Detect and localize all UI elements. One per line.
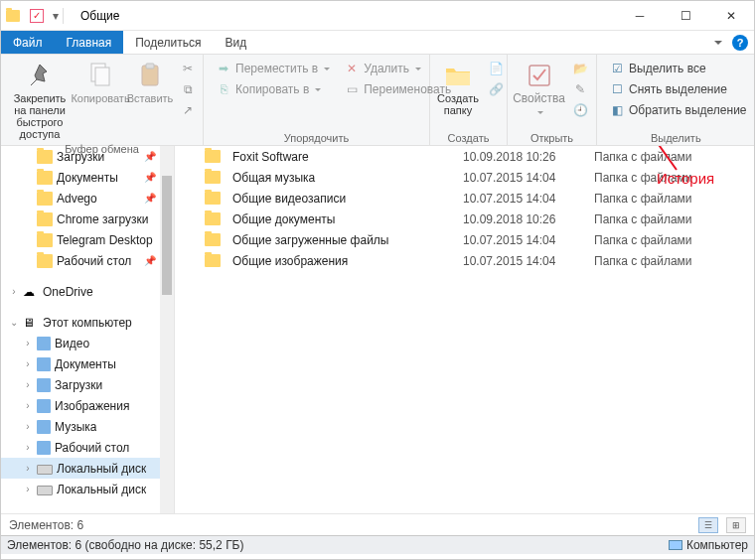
- tree-node[interactable]: ›Документы: [1, 353, 160, 374]
- edit-button[interactable]: ✎: [568, 79, 592, 99]
- view-details-button[interactable]: ☰: [698, 517, 718, 533]
- cut-button[interactable]: ✂: [176, 59, 200, 78]
- delete-button[interactable]: ✕Удалить: [340, 59, 455, 78]
- tree-node[interactable]: ›Загрузки: [1, 374, 160, 395]
- properties-icon: [524, 59, 555, 90]
- pin-icon: 📌: [144, 151, 158, 162]
- file-row[interactable]: Общие загруженные файлы10.07.2015 14:04П…: [175, 229, 754, 250]
- tab-home[interactable]: Главная: [55, 31, 124, 54]
- tree-node[interactable]: ›Музыка: [1, 416, 160, 437]
- tree-node[interactable]: ⌄🖥Этот компьютер: [1, 312, 160, 333]
- tree-node[interactable]: Загрузки📌: [1, 146, 160, 167]
- copy-path-button[interactable]: ⧉: [176, 79, 200, 99]
- file-date: 10.09.2018 10:26: [463, 212, 582, 226]
- file-row[interactable]: Общие изображения10.07.2015 14:04Папка с…: [175, 250, 754, 271]
- lib-icon: [37, 337, 51, 350]
- move-to-button[interactable]: ➡Переместить в: [212, 59, 334, 78]
- invert-selection-button[interactable]: ◧Обратить выделение: [605, 100, 751, 120]
- new-item-button[interactable]: 📄: [484, 59, 508, 78]
- tree-node[interactable]: ›Видео: [1, 333, 160, 353]
- item-count: Элементов: 6: [9, 518, 83, 532]
- easy-access-button[interactable]: 🔗: [484, 79, 508, 99]
- delete-icon: ✕: [344, 61, 360, 76]
- copy-icon: [84, 59, 116, 90]
- tree-node[interactable]: ›Рабочий стол: [1, 437, 160, 458]
- tab-share[interactable]: Поделиться: [123, 31, 213, 54]
- paste-shortcut-button[interactable]: ↗: [176, 100, 200, 120]
- tree-node[interactable]: Рабочий стол📌: [1, 250, 160, 271]
- maximize-button[interactable]: ☐: [663, 1, 708, 31]
- copy-button[interactable]: Копировать: [76, 57, 124, 106]
- status-bar: Элементов: 6 ☰ ⊞: [1, 513, 754, 535]
- easy-access-icon: 🔗: [488, 81, 504, 97]
- file-row[interactable]: Общие видеозаписи10.07.2015 14:04Папка с…: [175, 188, 754, 209]
- tree-node[interactable]: Advego📌: [1, 188, 160, 209]
- drive-icon: [37, 486, 53, 495]
- navigation-tree[interactable]: Загрузки📌Документы📌Advego📌Chrome загрузк…: [1, 146, 175, 513]
- new-item-icon: 📄: [488, 61, 504, 76]
- pin-to-quick-access-button[interactable]: Закрепить на панели быстрого доступа: [5, 57, 75, 142]
- tree-node[interactable]: ›Изображения: [1, 395, 160, 416]
- invert-icon: ◧: [609, 102, 625, 118]
- file-date: 10.09.2018 10:26: [463, 150, 582, 164]
- tree-node[interactable]: Документы📌: [1, 167, 160, 188]
- ribbon: Закрепить на панели быстрого доступа Коп…: [1, 55, 754, 146]
- open-icon: 📂: [572, 61, 588, 76]
- select-none-button[interactable]: ☐Снять выделение: [605, 79, 751, 99]
- tab-file[interactable]: Файл: [1, 31, 55, 54]
- file-type: Папка с файлами: [594, 171, 692, 185]
- folder-icon: [37, 171, 53, 185]
- help-icon[interactable]: ?: [732, 35, 748, 51]
- file-name: Общие видеозаписи: [232, 192, 451, 206]
- group-create-label: Создать: [434, 131, 503, 145]
- file-row[interactable]: Foxit Software10.09.2018 10:26Папка с фа…: [175, 146, 754, 167]
- tree-scrollbar[interactable]: [160, 146, 174, 513]
- tree-node[interactable]: Chrome загрузки: [1, 209, 160, 229]
- file-row[interactable]: Общая музыка10.07.2015 14:04Папка с файл…: [175, 167, 754, 188]
- lib-icon: [37, 378, 51, 392]
- file-list[interactable]: История Foxit Software10.09.2018 10:26Па…: [175, 146, 754, 513]
- rename-button[interactable]: ▭Переименовать: [340, 79, 455, 99]
- select-none-icon: ☐: [609, 81, 625, 97]
- history-button[interactable]: 🕘: [568, 100, 592, 120]
- file-row[interactable]: Общие документы10.09.2018 10:26Папка с ф…: [175, 209, 754, 229]
- view-icons-button[interactable]: ⊞: [726, 517, 746, 533]
- file-date: 10.07.2015 14:04: [463, 233, 582, 247]
- computer-icon: [669, 540, 682, 550]
- file-date: 10.07.2015 14:04: [463, 254, 582, 268]
- tree-node[interactable]: ›☁OneDrive: [1, 281, 160, 302]
- separator: [63, 8, 73, 24]
- open-button[interactable]: 📂: [568, 59, 592, 78]
- lib-icon: [37, 399, 51, 413]
- app-folder-icon: [1, 10, 25, 22]
- select-all-button[interactable]: ☑Выделить все: [605, 59, 751, 78]
- svg-rect-3: [146, 64, 154, 69]
- tab-view[interactable]: Вид: [213, 31, 258, 54]
- ribbon-collapse-icon[interactable]: [714, 41, 722, 45]
- folder-icon: [205, 150, 221, 163]
- pin-icon: 📌: [144, 172, 158, 183]
- paste-button[interactable]: Вставить: [126, 57, 174, 106]
- folder-icon: [205, 254, 221, 267]
- tree-node[interactable]: Telegram Desktop: [1, 229, 160, 250]
- tree-node[interactable]: ›Локальный диск: [1, 479, 160, 499]
- footer-location: Компьютер: [686, 538, 748, 552]
- minimize-button[interactable]: ─: [617, 1, 663, 31]
- tree-node[interactable]: ›Локальный диск: [1, 458, 160, 479]
- copy-to-button[interactable]: ⎘Копировать в: [212, 79, 334, 99]
- lib-icon: [37, 441, 51, 455]
- close-button[interactable]: ✕: [708, 1, 754, 31]
- scissors-icon: ✂: [180, 61, 196, 76]
- edit-icon: ✎: [572, 81, 588, 97]
- folder-icon: [37, 150, 53, 164]
- qat-checkbox-icon[interactable]: ✓: [25, 9, 49, 23]
- drive-icon: [37, 465, 53, 475]
- history-icon: 🕘: [572, 102, 588, 118]
- folder-icon: [205, 192, 221, 205]
- qat-overflow-icon[interactable]: ▾: [49, 9, 63, 23]
- file-name: Общие изображения: [232, 254, 451, 268]
- ribbon-tabs: Файл Главная Поделиться Вид ?: [1, 31, 754, 55]
- titlebar: ✓ ▾ Общие ─ ☐ ✕: [1, 1, 754, 31]
- properties-button[interactable]: Свойства: [512, 57, 566, 118]
- lib-icon: [37, 357, 51, 371]
